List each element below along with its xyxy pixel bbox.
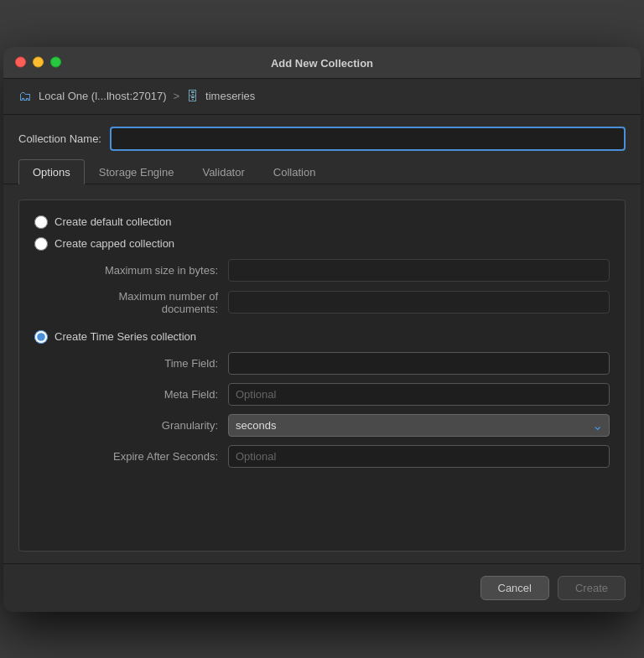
tab-validator[interactable]: Validator: [188, 159, 258, 184]
meta-field-row: Meta Field:: [34, 383, 610, 406]
radio-default[interactable]: [34, 215, 48, 229]
radio-capped[interactable]: [34, 237, 48, 251]
breadcrumb: 🗂 Local One (l...lhost:27017) > 🗄 timese…: [3, 79, 641, 115]
add-collection-dialog: Add New Collection 🗂 Local One (l...lhos…: [3, 47, 641, 612]
granularity-row: Granularity: seconds minutes hours ⌄: [34, 414, 610, 437]
footer: Cancel Create: [3, 563, 641, 612]
radio-timeseries-row: Create Time Series collection: [34, 330, 610, 344]
radio-timeseries[interactable]: [34, 330, 48, 344]
expire-row: Expire After Seconds:: [34, 445, 610, 468]
tab-collation[interactable]: Collation: [259, 159, 330, 184]
radio-timeseries-label: Create Time Series collection: [55, 330, 196, 343]
database-icon: 🗄: [186, 89, 199, 103]
close-button[interactable]: [15, 57, 26, 68]
time-field-row: Time Field:: [34, 352, 610, 375]
meta-field-label: Meta Field:: [65, 388, 228, 401]
granularity-label: Granularity:: [65, 419, 228, 432]
tab-options[interactable]: Options: [18, 159, 85, 184]
meta-field-input[interactable]: [228, 383, 610, 406]
breadcrumb-separator: >: [173, 90, 179, 102]
radio-capped-row: Create capped collection: [34, 237, 610, 251]
options-panel: Create default collection Create capped …: [18, 199, 626, 552]
max-size-input[interactable]: [228, 259, 610, 282]
granularity-select[interactable]: seconds minutes hours: [228, 414, 610, 437]
connection-name: Local One (l...lhost:27017): [39, 90, 166, 102]
tab-content: Create default collection Create capped …: [3, 184, 641, 563]
dialog-title: Add New Collection: [271, 57, 373, 70]
create-button[interactable]: Create: [558, 576, 626, 600]
radio-default-row: Create default collection: [34, 215, 610, 229]
maximize-button[interactable]: [50, 57, 61, 68]
minimize-button[interactable]: [33, 57, 44, 68]
traffic-lights: [15, 57, 61, 68]
time-field-label: Time Field:: [65, 357, 228, 370]
max-docs-label: Maximum number of documents:: [65, 290, 228, 315]
time-field-input[interactable]: [228, 352, 610, 375]
radio-default-label: Create default collection: [55, 215, 171, 228]
radio-capped-label: Create capped collection: [55, 237, 174, 250]
collection-name-label: Collection Name:: [18, 132, 101, 145]
cancel-button[interactable]: Cancel: [480, 576, 549, 600]
database-name: timeseries: [205, 90, 255, 102]
expire-input[interactable]: [228, 445, 610, 468]
tab-storage-engine[interactable]: Storage Engine: [85, 159, 189, 184]
title-bar: Add New Collection: [3, 47, 641, 79]
expire-label: Expire After Seconds:: [65, 450, 228, 463]
granularity-select-wrapper: seconds minutes hours ⌄: [228, 414, 610, 437]
max-size-row: Maximum size in bytes:: [34, 259, 610, 282]
max-docs-input[interactable]: [228, 291, 610, 313]
max-size-label: Maximum size in bytes:: [65, 264, 228, 277]
max-docs-row: Maximum number of documents:: [34, 290, 610, 315]
collection-name-row: Collection Name:: [3, 115, 641, 159]
collection-name-input[interactable]: [110, 127, 626, 151]
connection-icon: 🗂: [18, 89, 32, 104]
tabs-bar: Options Storage Engine Validator Collati…: [3, 159, 641, 184]
